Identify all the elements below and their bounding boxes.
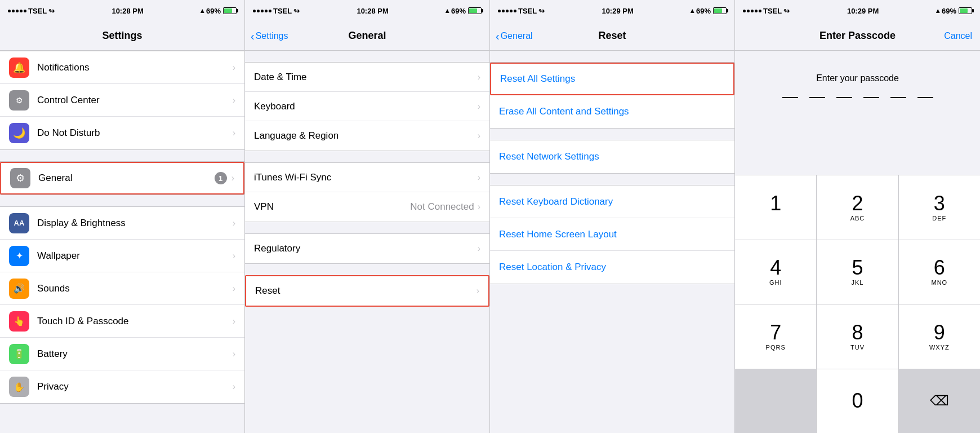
signal-dot xyxy=(751,10,754,12)
key-8[interactable]: 8 TUV xyxy=(817,304,898,369)
battery-area-3: ▴ 69% xyxy=(691,7,727,15)
key-6[interactable]: 6 MNO xyxy=(899,240,980,304)
settings-item-display[interactable]: AA Display & Brightness › xyxy=(0,207,244,240)
settings-item-privacy[interactable]: ✋ Privacy › xyxy=(0,370,244,403)
keypad-row-1: 1 2 ABC 3 DEF xyxy=(735,175,980,240)
key-0[interactable]: 0 xyxy=(817,369,898,434)
privacy-icon: ✋ xyxy=(9,377,29,397)
signal-dot xyxy=(269,10,271,12)
reset-item-location[interactable]: Reset Location & Privacy xyxy=(490,251,734,284)
back-label-3: General xyxy=(501,31,533,41)
touch-id-label: Touch ID & Passcode xyxy=(37,316,233,327)
reset-item-all-settings[interactable]: Reset All Settings xyxy=(490,63,734,95)
reset-location-label: Reset Location & Privacy xyxy=(499,262,725,273)
battery-area-1: ▴ 69% xyxy=(201,7,237,15)
signal-dot xyxy=(24,10,26,12)
settings-panel: TSEL ↬ 10:28 PM ▴ 69% Settings 🔔 Notific… xyxy=(0,0,245,433)
general-item-itunes[interactable]: iTunes Wi-Fi Sync › xyxy=(245,163,489,192)
general-group-1: Date & Time › Keyboard › Language & Regi… xyxy=(245,62,489,151)
wallpaper-icon: ✦ xyxy=(9,246,29,266)
general-icon: ⚙ xyxy=(10,168,30,188)
location-icon-3: ▴ xyxy=(691,7,694,15)
chevron-icon: › xyxy=(478,173,480,183)
key-2[interactable]: 2 ABC xyxy=(817,175,898,240)
nav-title-2: General xyxy=(348,30,386,42)
settings-group-1: 🔔 Notifications › ⚙ Control Center › 🌙 D… xyxy=(0,51,244,150)
location-icon-4: ▴ xyxy=(936,7,939,15)
time-4: 10:29 PM xyxy=(847,7,879,15)
back-label-2: Settings xyxy=(256,31,288,41)
key-5-num: 5 xyxy=(852,258,863,278)
cancel-button[interactable]: Cancel xyxy=(944,31,972,41)
general-item-keyboard[interactable]: Keyboard › xyxy=(245,92,489,121)
key-9[interactable]: 9 WXYZ xyxy=(899,304,980,369)
key-backspace[interactable]: ⌫ xyxy=(899,369,980,434)
reset-group-3: Reset Keyboard Dictionary Reset Home Scr… xyxy=(490,185,734,284)
battery-percent-2: 69% xyxy=(451,7,466,15)
back-button-2[interactable]: ‹ Settings xyxy=(251,30,288,42)
signal-dot xyxy=(253,10,256,12)
chevron-icon: › xyxy=(478,131,480,141)
battery-icon-3 xyxy=(713,7,727,14)
chevron-icon: › xyxy=(233,218,235,228)
carrier-name-3: TSEL xyxy=(518,7,537,15)
date-time-label: Date & Time xyxy=(254,72,478,83)
chevron-icon: › xyxy=(233,251,235,261)
control-center-icon: ⚙ xyxy=(9,90,29,111)
back-button-3[interactable]: ‹ General xyxy=(496,30,533,42)
settings-list: 🔔 Notifications › ⚙ Control Center › 🌙 D… xyxy=(0,51,244,433)
passcode-dot-6 xyxy=(917,97,933,98)
signal-dots-3 xyxy=(498,10,516,12)
reset-item-network[interactable]: Reset Network Settings xyxy=(490,140,734,173)
status-bar-2: TSEL ↬ 10:28 PM ▴ 69% xyxy=(245,0,489,21)
notifications-label: Notifications xyxy=(37,62,233,73)
settings-item-do-not-disturb[interactable]: 🌙 Do Not Disturb › xyxy=(0,117,244,149)
passcode-dot-3 xyxy=(836,97,852,98)
general-item-date-time[interactable]: Date & Time › xyxy=(245,63,489,92)
signal-dot xyxy=(514,10,516,12)
general-item-regulatory[interactable]: Regulatory › xyxy=(245,234,489,263)
key-4[interactable]: 4 GHI xyxy=(735,240,817,304)
settings-item-sounds[interactable]: 🔊 Sounds › xyxy=(0,272,244,305)
passcode-title: Enter Passcode xyxy=(819,30,896,42)
key-1[interactable]: 1 xyxy=(735,175,817,240)
general-item-reset[interactable]: Reset › xyxy=(246,276,488,306)
settings-item-general[interactable]: ⚙ General 1 › xyxy=(0,162,244,195)
key-3-num: 3 xyxy=(934,193,945,214)
carrier-signal-4: TSEL ↬ xyxy=(743,7,790,15)
reset-item-keyboard[interactable]: Reset Keyboard Dictionary xyxy=(490,185,734,218)
settings-item-battery[interactable]: 🔋 Battery › xyxy=(0,338,244,370)
settings-item-wallpaper[interactable]: ✦ Wallpaper › xyxy=(0,240,244,272)
do-not-disturb-icon: 🌙 xyxy=(9,123,29,143)
reset-item-home-screen[interactable]: Reset Home Screen Layout xyxy=(490,218,734,251)
regulatory-label: Regulatory xyxy=(254,243,478,254)
nav-bar-1: Settings xyxy=(0,21,244,51)
key-3[interactable]: 3 DEF xyxy=(899,175,980,240)
general-item-language[interactable]: Language & Region › xyxy=(245,121,489,151)
settings-item-control-center[interactable]: ⚙ Control Center › xyxy=(0,84,244,117)
key-8-alpha: TUV xyxy=(850,344,865,351)
settings-item-touch-id[interactable]: 👆 Touch ID & Passcode › xyxy=(0,305,244,338)
status-bar-4: TSEL ↬ 10:29 PM ▴ 69% xyxy=(735,0,980,21)
general-item-vpn[interactable]: VPN Not Connected › xyxy=(245,192,489,222)
control-center-label: Control Center xyxy=(37,95,233,106)
nav-bar-2: ‹ Settings General xyxy=(245,21,489,51)
battery-percent-3: 69% xyxy=(696,7,711,15)
signal-dot xyxy=(506,10,509,12)
key-4-num: 4 xyxy=(770,258,781,278)
reset-item-erase-all[interactable]: Erase All Content and Settings xyxy=(490,95,734,128)
chevron-icon: › xyxy=(476,286,479,296)
settings-group-2: ⚙ General 1 › xyxy=(0,161,244,195)
key-7[interactable]: 7 PQRS xyxy=(735,304,817,369)
key-0-num: 0 xyxy=(852,391,863,411)
battery-area-4: ▴ 69% xyxy=(936,7,972,15)
general-group-reset: Reset › xyxy=(245,275,489,307)
battery-label: Battery xyxy=(37,348,233,360)
key-5[interactable]: 5 JKL xyxy=(817,240,898,304)
settings-item-notifications[interactable]: 🔔 Notifications › xyxy=(0,51,244,84)
key-9-num: 9 xyxy=(934,322,945,343)
privacy-label: Privacy xyxy=(37,381,233,392)
passcode-dot-2 xyxy=(809,97,825,98)
battery-icon-2 xyxy=(468,7,482,14)
back-chevron-3: ‹ xyxy=(496,30,500,42)
